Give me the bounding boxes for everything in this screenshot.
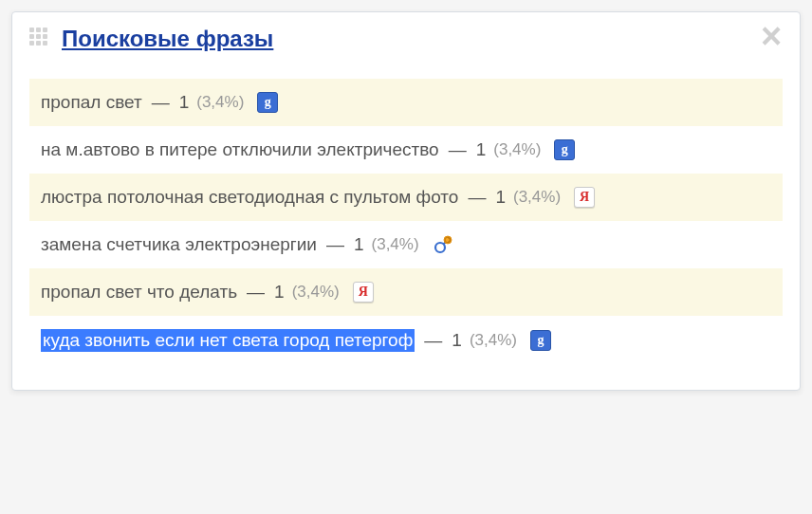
google-icon: g [257, 92, 278, 113]
phrase-percent: (3,4%) [196, 93, 244, 112]
mailru-search-icon [433, 234, 453, 255]
separator: — [449, 139, 467, 160]
phrase-text: пропал свет что делать [41, 282, 237, 303]
drag-handle-icon[interactable] [29, 28, 52, 50]
phrase-text: пропал свет [41, 92, 142, 113]
yandex-icon: Я [353, 282, 374, 303]
phrase-text: на м.автово в питере отключили электриче… [41, 139, 439, 160]
phrase-row: на м.автово в питере отключили электриче… [29, 126, 783, 174]
panel-header: Поисковые фразы [29, 26, 783, 52]
phrase-row: замена счетчика электроэнергии — 1 (3,4%… [29, 221, 783, 268]
phrase-count: 1 [452, 330, 462, 351]
phrase-percent: (3,4%) [292, 283, 340, 302]
separator: — [152, 92, 170, 113]
phrase-row: куда звонить если нет света город петерг… [29, 316, 783, 365]
phrase-count: 1 [274, 282, 285, 303]
close-icon[interactable]: × [756, 22, 786, 52]
phrase-percent: (3,4%) [470, 331, 517, 350]
phrase-count: 1 [179, 92, 190, 113]
phrase-text: замена счетчика электроэнергии [41, 234, 317, 255]
phrase-percent: (3,4%) [513, 188, 561, 207]
google-icon: g [554, 139, 575, 160]
separator: — [326, 234, 344, 255]
phrase-percent: (3,4%) [493, 140, 541, 159]
phrase-row: пропал свет — 1 (3,4%) g [29, 79, 783, 126]
google-icon: g [530, 330, 551, 351]
separator: — [468, 187, 486, 208]
phrase-list: пропал свет — 1 (3,4%) g на м.автово в п… [29, 79, 783, 365]
yandex-icon: Я [574, 187, 595, 208]
separator: — [247, 282, 265, 303]
phrase-text-highlighted: куда звонить если нет света город петерг… [41, 329, 415, 352]
phrase-row: пропал свет что делать — 1 (3,4%) Я [29, 268, 783, 316]
phrase-text: люстра потолочная светодиодная с пультом… [41, 187, 458, 208]
separator: — [424, 330, 442, 351]
phrase-count: 1 [495, 187, 506, 208]
phrase-percent: (3,4%) [372, 235, 419, 254]
phrase-row: люстра потолочная светодиодная с пультом… [29, 174, 783, 221]
phrase-count: 1 [354, 234, 364, 255]
search-phrases-panel: Поисковые фразы × пропал свет — 1 (3,4%)… [11, 11, 801, 391]
phrase-count: 1 [476, 139, 487, 160]
panel-title-link[interactable]: Поисковые фразы [62, 26, 273, 52]
